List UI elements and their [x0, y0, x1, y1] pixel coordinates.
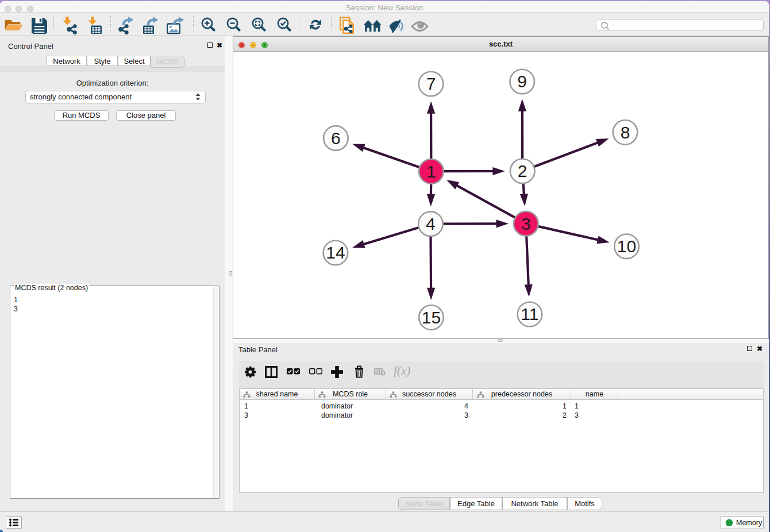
svg-text:10: 10: [617, 237, 636, 256]
svg-text:7: 7: [426, 74, 436, 93]
svg-text:14: 14: [326, 243, 345, 262]
svg-text:9: 9: [517, 72, 527, 91]
svg-text:1: 1: [426, 162, 436, 181]
svg-text:3: 3: [521, 214, 531, 233]
svg-text:6: 6: [331, 129, 341, 148]
svg-text:11: 11: [521, 304, 538, 323]
svg-text:8: 8: [621, 123, 630, 142]
svg-text:4: 4: [426, 214, 436, 233]
svg-text:2: 2: [518, 161, 528, 180]
svg-text:15: 15: [422, 308, 441, 327]
